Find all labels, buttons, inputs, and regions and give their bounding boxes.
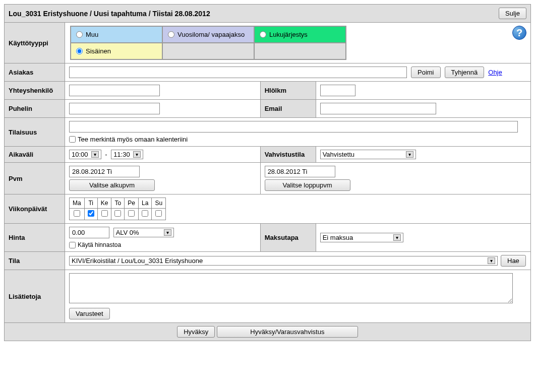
day-su-checkbox[interactable]: [155, 210, 162, 217]
day-to-checkbox[interactable]: [114, 210, 121, 217]
usage-type-grid: Muu Vuosiloma/ vapaajakso Lukujärjestys …: [70, 26, 346, 60]
page-title: Lou_3031 Eristyshuone / Uusi tapahtuma /…: [9, 10, 210, 18]
type-option-sisainen[interactable]: Sisäinen: [71, 43, 162, 59]
contact-input[interactable]: [69, 85, 160, 96]
help-link[interactable]: Ohje: [488, 69, 502, 76]
radio-sisainen[interactable]: [76, 48, 83, 54]
accept-confirm-button[interactable]: Hyväksy/Varausvahvistus: [217, 326, 358, 338]
vat-select[interactable]: ALV 0% ▾: [113, 228, 174, 237]
chevron-down-icon[interactable]: ▾: [133, 151, 141, 158]
pick-button[interactable]: Poimi: [411, 67, 441, 78]
type-option-muu[interactable]: Muu: [71, 26, 162, 43]
people-input[interactable]: [320, 85, 355, 96]
label-price: Hinta: [5, 224, 65, 252]
day-la-checkbox[interactable]: [142, 210, 148, 217]
chevron-down-icon[interactable]: ▾: [91, 151, 99, 158]
label-email: Email: [260, 100, 316, 118]
label-phone: Puhelin: [5, 100, 65, 118]
radio-muu[interactable]: [76, 31, 83, 38]
accept-button[interactable]: Hyväksy: [177, 326, 215, 338]
label-notes: Lisätietoja: [5, 270, 65, 323]
time-start-select[interactable]: 10:00 ▾: [69, 150, 101, 159]
label-people: Hlölkm: [260, 82, 316, 100]
chevron-down-icon[interactable]: ▾: [406, 151, 413, 158]
close-button[interactable]: Sulje: [499, 8, 526, 19]
type-option-lukujarjestys[interactable]: Lukujärjestys: [254, 26, 346, 43]
search-button[interactable]: Hae: [501, 255, 526, 267]
equipment-button[interactable]: Varusteet: [69, 308, 110, 319]
day-ti-checkbox[interactable]: [88, 210, 94, 217]
label-room: Tila: [5, 252, 65, 270]
type-option-vuosiloma[interactable]: Vuosiloma/ vapaajakso: [162, 26, 254, 43]
customer-input[interactable]: [69, 67, 407, 78]
label-date: Pvm: [5, 163, 65, 194]
radio-vuosiloma[interactable]: [168, 31, 174, 38]
notes-textarea[interactable]: [69, 273, 513, 303]
room-select[interactable]: KIVI/Erikoistilat / Lou/Lou_3031 Eristys…: [69, 256, 498, 266]
weekday-table: Ma Ti Ke To Pe La Su: [69, 198, 166, 220]
enddate-button[interactable]: Valitse loppupvm: [265, 179, 350, 191]
label-customer: Asiakas: [5, 63, 65, 82]
chevron-down-icon[interactable]: ▾: [164, 229, 171, 236]
time-end-select[interactable]: 11:30 ▾: [111, 150, 143, 159]
help-icon[interactable]: ?: [512, 26, 526, 40]
event-input[interactable]: [69, 121, 518, 133]
label-event: Tilaisuus: [5, 118, 65, 147]
own-calendar-checkbox[interactable]: [69, 136, 76, 143]
chevron-down-icon[interactable]: ▾: [393, 234, 401, 241]
enddate-input[interactable]: [265, 166, 335, 177]
chevron-down-icon[interactable]: ▾: [488, 257, 495, 264]
pricelist-checkbox[interactable]: [69, 242, 76, 248]
paymethod-select[interactable]: Ei maksua ▾: [320, 233, 403, 242]
confirm-select[interactable]: Vahvistettu ▾: [320, 150, 416, 159]
day-pe-checkbox[interactable]: [128, 210, 135, 217]
radio-lukujarjestys[interactable]: [260, 31, 266, 38]
label-paymethod: Maksutapa: [260, 224, 316, 252]
label-confirm: Vahvistustila: [260, 147, 316, 163]
day-ke-checkbox[interactable]: [101, 210, 108, 217]
startdate-input[interactable]: [69, 166, 140, 177]
label-contact: Yhteyshenkilö: [5, 82, 65, 100]
day-ma-checkbox[interactable]: [74, 210, 80, 217]
label-weekdays: Viikonpäivät: [5, 194, 65, 224]
phone-input[interactable]: [69, 103, 160, 114]
startdate-button[interactable]: Valitse alkupvm: [69, 179, 155, 191]
price-input[interactable]: [69, 227, 109, 238]
email-input[interactable]: [320, 103, 436, 114]
label-timerange: Aikaväli: [5, 147, 65, 163]
clear-button[interactable]: Tyhjennä: [445, 67, 485, 78]
label-type: Käyttötyyppi: [5, 23, 65, 63]
